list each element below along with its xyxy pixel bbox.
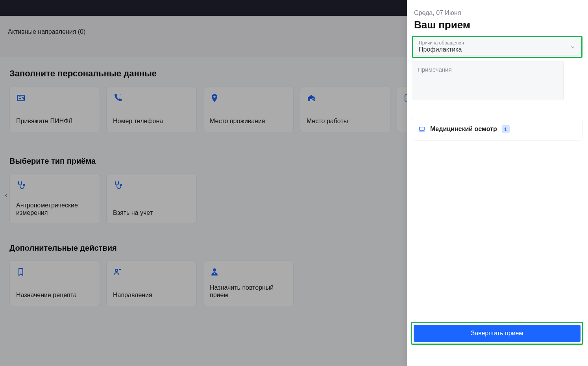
active-directions-label: Активные направления (0) xyxy=(8,28,85,35)
appointment-sidebar: Среда, 07 Июня Ваш прием Причина обращен… xyxy=(407,0,588,366)
chevron-left-icon[interactable] xyxy=(2,190,10,201)
main-column: Активные направления (0) Заполните персо… xyxy=(0,16,407,366)
reason-select[interactable]: Причина обращения Профилактика xyxy=(414,38,581,56)
laptop-icon xyxy=(418,126,425,133)
stethoscope-icon xyxy=(113,180,122,190)
sidebar-date: Среда, 07 Июня xyxy=(414,9,566,17)
card-label: Привяжите ПИНФЛ xyxy=(16,117,93,125)
map-pin-icon xyxy=(210,93,219,103)
highlight-finish: Завершить прием xyxy=(411,322,583,345)
card-label: Назначение рецепта xyxy=(16,291,93,299)
bookmark-icon xyxy=(16,267,26,277)
personal-cards-row: Привяжите ПИНФЛ Номер телефона Место про… xyxy=(9,87,399,132)
svg-point-6 xyxy=(213,268,216,272)
card-phone[interactable]: Номер телефона xyxy=(106,87,197,132)
card-label: Направления xyxy=(113,291,190,299)
card-register[interactable]: Взять на учет xyxy=(106,174,197,224)
card-label: Антропометрические измерения xyxy=(16,201,93,216)
finish-appointment-button[interactable]: Завершить прием xyxy=(414,325,581,342)
svg-point-1 xyxy=(312,98,314,101)
svg-rect-8 xyxy=(420,127,424,130)
people-arrow-icon xyxy=(113,267,122,277)
section-title-personal: Заполните персональные данные xyxy=(9,68,399,79)
card-label: Место работы xyxy=(307,117,384,125)
svg-rect-7 xyxy=(214,273,215,274)
card-anthropometry[interactable]: Антропометрические измерения xyxy=(9,174,100,224)
phone-plus-icon xyxy=(113,93,122,103)
section-title-extra: Дополнительные действия xyxy=(9,244,399,253)
card-address[interactable]: Место проживания xyxy=(203,87,294,132)
extra-cards-row: Назначение рецепта Направления Назначить… xyxy=(9,261,399,306)
sidebar-title: Ваш прием xyxy=(414,19,566,31)
active-directions-bar: Активные направления (0) xyxy=(0,16,407,57)
reason-value: Профилактика xyxy=(419,46,575,53)
chevron-down-icon xyxy=(570,44,575,50)
card-label: Номер телефона xyxy=(113,117,190,125)
card-pinfl[interactable]: Привяжите ПИНФЛ xyxy=(9,87,100,132)
card-workplace[interactable]: Место работы xyxy=(300,87,390,132)
visit-type-cards-row: Антропометрические измерения Взять на уч… xyxy=(9,174,399,224)
briefcase-home-icon xyxy=(307,93,316,103)
card-label: Назначить повторный прием xyxy=(210,284,287,299)
exam-item-count-badge: 1 xyxy=(502,125,510,133)
reason-label: Причина обращения xyxy=(419,41,575,45)
card-label: Взять на учет xyxy=(113,209,190,216)
notes-textarea[interactable] xyxy=(412,61,564,100)
svg-point-3 xyxy=(23,184,25,186)
stethoscope-icon xyxy=(16,180,26,190)
id-card-icon xyxy=(16,93,26,103)
card-prescription[interactable]: Назначение рецепта xyxy=(9,261,100,306)
section-title-visit-type: Выберите тип приёма xyxy=(9,157,399,166)
highlight-reason: Причина обращения Профилактика xyxy=(412,36,582,58)
card-label: Место проживания xyxy=(210,117,287,125)
svg-point-5 xyxy=(115,269,118,272)
card-referrals[interactable]: Направления xyxy=(106,261,197,306)
doctor-icon xyxy=(210,267,219,277)
exam-item-label: Медицинский осмотр xyxy=(430,126,497,133)
card-repeat-visit[interactable]: Назначить повторный прием xyxy=(203,261,294,306)
exam-item-card[interactable]: Медицинский осмотр 1 xyxy=(412,118,582,140)
svg-point-4 xyxy=(120,184,122,186)
